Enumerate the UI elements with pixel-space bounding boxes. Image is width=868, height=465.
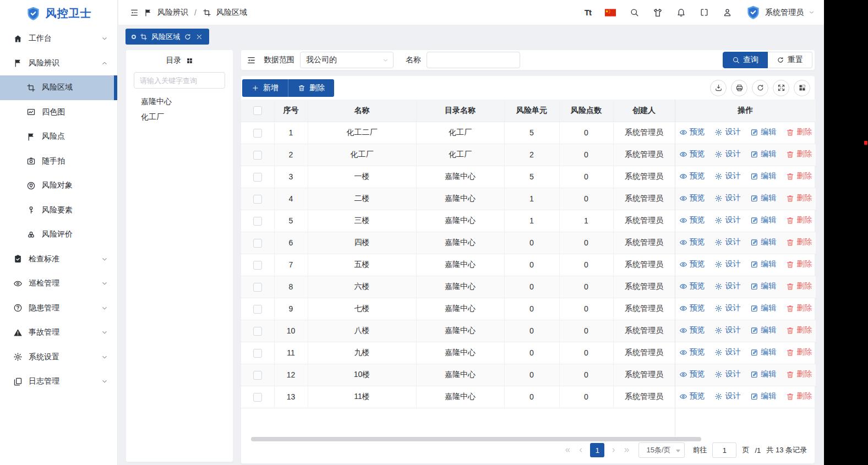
print-icon[interactable] (731, 80, 747, 96)
edit-action[interactable]: 编辑 (750, 259, 776, 269)
design-action[interactable]: 设计 (714, 193, 740, 203)
sidebar-item-workbench[interactable]: 工作台 (0, 26, 117, 51)
design-action[interactable]: 设计 (714, 149, 740, 159)
current-page[interactable]: 1 (590, 443, 604, 457)
tab-refresh-icon[interactable] (184, 33, 192, 41)
add-button[interactable]: 新增 (242, 79, 288, 97)
edit-action[interactable]: 编辑 (750, 391, 776, 401)
sidebar-item-snapshot[interactable]: 随手拍 (0, 149, 117, 174)
delete-action[interactable]: 删除 (786, 325, 812, 335)
delete-action[interactable]: 删除 (786, 193, 812, 203)
sidebar-item-risk-identification[interactable]: 风险辨识 (0, 51, 117, 76)
preview-action[interactable]: 预览 (679, 149, 705, 159)
preview-action[interactable]: 预览 (679, 237, 705, 247)
design-action[interactable]: 设计 (714, 259, 740, 269)
search-icon[interactable] (630, 8, 639, 17)
design-action[interactable]: 设计 (714, 303, 740, 313)
menu-fold-icon[interactable] (130, 8, 139, 17)
edit-action[interactable]: 编辑 (750, 215, 776, 225)
sidebar-item-system-settings[interactable]: 系统设置 (0, 345, 117, 370)
edit-action[interactable]: 编辑 (750, 303, 776, 313)
delete-action[interactable]: 删除 (786, 259, 812, 269)
row-checkbox[interactable] (253, 129, 262, 138)
design-action[interactable]: 设计 (714, 281, 740, 291)
theme-tshirt-icon[interactable] (653, 8, 663, 18)
row-checkbox[interactable] (253, 173, 262, 182)
design-action[interactable]: 设计 (714, 171, 740, 181)
preview-action[interactable]: 预览 (679, 325, 705, 335)
catalog-search-input[interactable] (134, 72, 225, 89)
row-checkbox[interactable] (253, 305, 262, 314)
sidebar-item-risk-factor[interactable]: 风险要素 (0, 198, 117, 223)
row-checkbox[interactable] (253, 217, 262, 226)
filter-collapse-icon[interactable] (247, 56, 256, 65)
preview-action[interactable]: 预览 (679, 193, 705, 203)
search-button[interactable]: 查询 (723, 52, 768, 68)
design-action[interactable]: 设计 (714, 215, 740, 225)
sidebar-item-hazard-mgmt[interactable]: 隐患管理 (0, 296, 117, 321)
row-checkbox[interactable] (253, 151, 262, 160)
name-input[interactable] (427, 52, 520, 68)
user-menu[interactable]: 系统管理员 (746, 5, 815, 20)
row-checkbox[interactable] (253, 327, 262, 336)
sidebar-item-inspection-mgmt[interactable]: 巡检管理 (0, 271, 117, 296)
row-checkbox[interactable] (253, 371, 262, 380)
edit-action[interactable]: 编辑 (750, 127, 776, 137)
design-action[interactable]: 设计 (714, 325, 740, 335)
sidebar-item-check-standard[interactable]: 检查标准 (0, 247, 117, 272)
grid-squares-icon[interactable] (186, 57, 193, 64)
design-action[interactable]: 设计 (714, 391, 740, 401)
page-size-select[interactable]: 15条/页 (638, 442, 685, 458)
row-checkbox[interactable] (253, 261, 262, 270)
bell-icon[interactable] (676, 8, 686, 17)
sidebar-item-log-mgmt[interactable]: 日志管理 (0, 369, 117, 394)
sidebar-item-risk-object[interactable]: 风险对象 (0, 173, 117, 198)
select-all-checkbox[interactable] (253, 106, 262, 115)
preview-action[interactable]: 预览 (679, 369, 705, 379)
sidebar-item-accident-mgmt[interactable]: 事故管理 (0, 320, 117, 345)
preview-action[interactable]: 预览 (679, 347, 705, 357)
delete-action[interactable]: 删除 (786, 171, 812, 181)
design-action[interactable]: 设计 (714, 127, 740, 137)
delete-action[interactable]: 删除 (786, 303, 812, 313)
preview-action[interactable]: 预览 (679, 281, 705, 291)
preview-action[interactable]: 预览 (679, 303, 705, 313)
tab-risk-area[interactable]: 风险区域 (125, 29, 209, 45)
first-page-button[interactable] (564, 446, 571, 454)
preview-action[interactable]: 预览 (679, 127, 705, 137)
preview-action[interactable]: 预览 (679, 215, 705, 225)
edit-action[interactable]: 编辑 (750, 237, 776, 247)
edit-action[interactable]: 编辑 (750, 149, 776, 159)
tree-item[interactable]: 化工厂 (126, 110, 233, 125)
preview-action[interactable]: 预览 (679, 391, 705, 401)
design-action[interactable]: 设计 (714, 237, 740, 247)
sidebar-item-risk-point[interactable]: 风险点 (0, 124, 117, 149)
sidebar-item-risk-evaluation[interactable]: 风险评价 (0, 222, 117, 247)
delete-action[interactable]: 删除 (786, 149, 812, 159)
preview-action[interactable]: 预览 (679, 171, 705, 181)
next-page-button[interactable] (610, 446, 618, 454)
breadcrumb-page[interactable]: 风险区域 (216, 8, 247, 18)
delete-action[interactable]: 删除 (786, 281, 812, 291)
delete-action[interactable]: 删除 (786, 237, 812, 247)
row-checkbox[interactable] (253, 195, 262, 204)
edit-action[interactable]: 编辑 (750, 347, 776, 357)
edit-action[interactable]: 编辑 (750, 281, 776, 291)
delete-button[interactable]: 删除 (288, 79, 334, 97)
column-settings-icon[interactable] (794, 80, 810, 96)
breadcrumb-section[interactable]: 风险辨识 (157, 8, 188, 18)
delete-action[interactable]: 删除 (786, 127, 812, 137)
delete-action[interactable]: 删除 (786, 347, 812, 357)
preview-action[interactable]: 预览 (679, 259, 705, 269)
scope-select[interactable]: 我公司的 (300, 52, 394, 68)
delete-action[interactable]: 删除 (786, 215, 812, 225)
font-size-icon[interactable]: Tt (585, 8, 591, 17)
row-checkbox[interactable] (253, 239, 262, 248)
language-flag-icon[interactable] (605, 9, 616, 17)
reset-button[interactable]: 重置 (768, 52, 812, 68)
goto-page-input[interactable] (712, 442, 736, 458)
tree-item[interactable]: 嘉隆中心 (126, 94, 233, 110)
download-icon[interactable] (710, 80, 727, 96)
delete-action[interactable]: 删除 (786, 369, 812, 379)
tab-close-icon[interactable] (195, 33, 203, 41)
